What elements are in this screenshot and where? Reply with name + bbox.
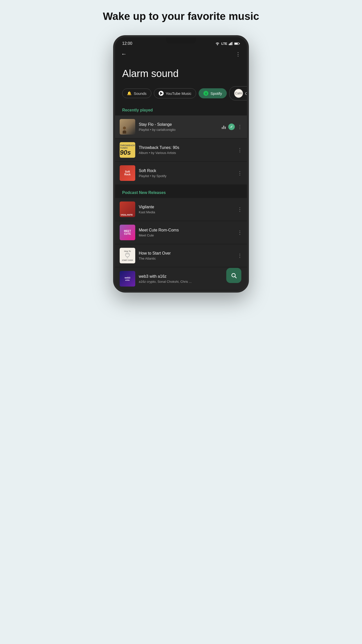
- svg-rect-1: [229, 44, 230, 45]
- item-actions: ⋮: [237, 253, 242, 259]
- search-fab-button[interactable]: [226, 268, 241, 283]
- web3-thumb: web3 a16z: [120, 271, 135, 287]
- tab-sounds-label: Sounds: [134, 91, 147, 96]
- item-subtitle: The Atlantic: [139, 257, 234, 260]
- list-item[interactable]: THROWBACK TUNES 90s Throwback Tunes: 90s…: [115, 139, 247, 161]
- tab-spotify[interactable]: ♫ Spotify: [199, 88, 227, 98]
- phone-notch: [166, 37, 196, 43]
- item-info: Throwback Tunes: 90s Album • by Various …: [139, 145, 234, 155]
- phone-frame: 12:00 LTE: [113, 35, 249, 293]
- stayflo-thumb: [120, 119, 135, 135]
- item-actions: ⋮: [237, 147, 242, 153]
- svg-point-9: [125, 253, 129, 257]
- tabs-row: 🔔 Sounds YouTube Music ♫ Spotify Calm Ca…: [115, 84, 247, 105]
- tab-calm[interactable]: Calm Ca...: [229, 86, 247, 100]
- item-info: Meet Cute Rom-Coms Meet Cute: [139, 228, 234, 237]
- more-options-icon[interactable]: ⋮: [237, 253, 242, 259]
- item-actions: ✓ ⋮: [222, 124, 242, 130]
- svg-rect-4: [232, 42, 233, 45]
- item-actions: ⋮: [237, 170, 242, 176]
- item-subtitle: Playlist • by carlafconiglio: [139, 128, 218, 132]
- back-button[interactable]: ←: [121, 51, 127, 57]
- item-subtitle: Kast Media: [139, 210, 234, 214]
- spotify-icon: ♫: [203, 91, 208, 96]
- svg-point-8: [123, 127, 126, 130]
- wifi-icon: [215, 42, 220, 45]
- item-thumbnail: VIGILANTE: [120, 202, 135, 217]
- youtube-play-icon: [160, 92, 163, 95]
- more-options-icon[interactable]: ⋮: [237, 206, 242, 212]
- svg-rect-3: [231, 43, 232, 45]
- svg-point-0: [217, 45, 218, 46]
- item-thumbnail: Soft Rock: [120, 165, 135, 181]
- youtube-icon: [159, 91, 164, 96]
- vigilante-thumb: VIGILANTE: [120, 202, 135, 217]
- item-title: Vigilante: [139, 205, 234, 209]
- item-info: How to Start Over The Atlantic: [139, 251, 234, 260]
- status-icons: LTE: [215, 42, 240, 46]
- bell-icon: 🔔: [127, 91, 132, 96]
- item-thumbnail: MEET CUTE: [120, 225, 135, 240]
- alarm-sound-title: Alarm sound: [122, 68, 240, 79]
- startover-thumb: How To START OVER: [120, 248, 135, 263]
- item-title: Throwback Tunes: 90s: [139, 145, 234, 150]
- list-item[interactable]: How To START OVER How to Start Over The …: [115, 244, 247, 267]
- item-thumbnail: THROWBACK TUNES 90s: [120, 142, 135, 158]
- item-title: Soft Rock: [139, 169, 234, 173]
- more-options-icon[interactable]: ⋮: [237, 147, 242, 153]
- more-options-icon[interactable]: ⋮: [237, 229, 242, 235]
- podcast-releases-label: Podcast New Releases: [115, 188, 247, 198]
- softrock-thumb: Soft Rock: [120, 165, 135, 181]
- meetcute-thumb: MEET CUTE: [120, 225, 135, 240]
- tab-sounds[interactable]: 🔔 Sounds: [122, 89, 151, 98]
- volume-button: [248, 88, 249, 105]
- tab-calm-label: Ca...: [245, 91, 247, 96]
- calm-icon: Calm: [234, 89, 243, 98]
- item-info: Vigilante Kast Media: [139, 205, 234, 214]
- page-title: Wake up to your favorite music: [103, 10, 259, 23]
- section-divider: [115, 185, 247, 188]
- selected-check-icon: ✓: [228, 124, 235, 130]
- list-item[interactable]: Stay Flo - Solange Playlist • by carlafc…: [115, 115, 247, 138]
- svg-line-12: [235, 277, 237, 278]
- list-item[interactable]: web3 a16z web3 with a16z a16z crypto, So…: [115, 267, 247, 290]
- status-time: 12:00: [122, 41, 132, 46]
- tab-youtube-music[interactable]: YouTube Music: [154, 88, 196, 98]
- item-actions: ⋮: [237, 229, 242, 235]
- item-title: How to Start Over: [139, 251, 234, 256]
- tab-youtube-label: YouTube Music: [166, 91, 191, 96]
- lte-label: LTE: [221, 42, 227, 46]
- more-options-icon[interactable]: ⋮: [237, 124, 242, 130]
- item-subtitle: Album • by Various Artists: [139, 151, 234, 155]
- battery-icon: [234, 42, 240, 45]
- equalizer-icon: [222, 125, 226, 129]
- svg-rect-6: [235, 43, 238, 45]
- item-actions: ⋮: [237, 206, 242, 212]
- item-info: Soft Rock Playlist • by Spotify: [139, 169, 234, 178]
- item-subtitle: Meet Cute: [139, 233, 234, 237]
- list-item[interactable]: VIGILANTE Vigilante Kast Media ⋮: [115, 198, 247, 221]
- item-thumbnail: [120, 119, 135, 135]
- search-icon: [231, 272, 237, 278]
- item-info: Stay Flo - Solange Playlist • by carlafc…: [139, 122, 218, 132]
- more-options-button[interactable]: ⋮: [236, 51, 241, 57]
- svg-rect-2: [230, 43, 231, 45]
- recently-played-label: Recently played: [115, 105, 247, 115]
- svg-rect-7: [239, 43, 240, 44]
- tab-spotify-label: Spotify: [210, 91, 222, 96]
- item-title: Meet Cute Rom-Coms: [139, 228, 234, 232]
- list-item[interactable]: MEET CUTE Meet Cute Rom-Coms Meet Cute ⋮: [115, 221, 247, 244]
- signal-icon: [229, 42, 233, 45]
- 90s-thumb: THROWBACK TUNES 90s: [120, 142, 135, 158]
- alarm-header: Alarm sound: [115, 60, 247, 84]
- list-item[interactable]: Soft Rock Soft Rock Playlist • by Spotif…: [115, 162, 247, 184]
- item-title: Stay Flo - Solange: [139, 122, 218, 127]
- item-subtitle: Playlist • by Spotify: [139, 174, 234, 178]
- phone-screen: 12:00 LTE: [115, 37, 247, 291]
- item-thumbnail: web3 a16z: [120, 271, 135, 287]
- item-thumbnail: How To START OVER: [120, 248, 135, 263]
- more-options-icon[interactable]: ⋮: [237, 170, 242, 176]
- top-bar: ← ⋮: [115, 48, 247, 60]
